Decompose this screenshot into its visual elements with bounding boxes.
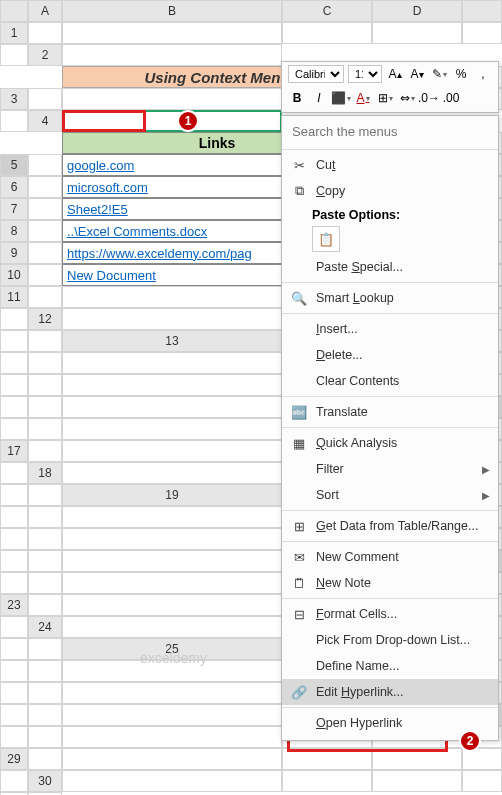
- italic-button[interactable]: I: [310, 89, 328, 107]
- cell[interactable]: [0, 682, 28, 704]
- cell[interactable]: [62, 550, 282, 572]
- row-header[interactable]: 18: [28, 462, 62, 484]
- cell[interactable]: [372, 22, 462, 44]
- row-header[interactable]: 7: [0, 198, 28, 220]
- row-header[interactable]: 4: [28, 110, 62, 132]
- cell[interactable]: [28, 660, 62, 682]
- context-menu-item[interactable]: Paste Special...: [282, 254, 498, 280]
- cell[interactable]: [0, 770, 28, 792]
- row-header[interactable]: 9: [0, 242, 28, 264]
- row-header[interactable]: 12: [28, 308, 62, 330]
- cell[interactable]: [0, 528, 28, 550]
- cell[interactable]: [372, 770, 462, 792]
- hyperlink[interactable]: google.com: [67, 158, 134, 173]
- row-header[interactable]: 10: [0, 264, 28, 286]
- context-menu-item[interactable]: ⊟Format Cells...: [282, 601, 498, 627]
- cell[interactable]: [28, 286, 62, 308]
- cell[interactable]: [28, 154, 62, 176]
- cell[interactable]: [28, 418, 62, 440]
- cell[interactable]: [0, 110, 28, 132]
- row-header[interactable]: 23: [0, 594, 28, 616]
- cell[interactable]: [28, 396, 62, 418]
- hyperlink[interactable]: https://www.exceldemy.com/pag: [67, 246, 252, 261]
- cell[interactable]: [62, 88, 282, 110]
- comma-button[interactable]: ,: [474, 65, 492, 83]
- cell[interactable]: [62, 418, 282, 440]
- cell[interactable]: [62, 352, 282, 374]
- cell[interactable]: [28, 506, 62, 528]
- context-menu-item[interactable]: 🔤Translate: [282, 399, 498, 425]
- cell[interactable]: [0, 484, 28, 506]
- cell[interactable]: [0, 704, 28, 726]
- cell[interactable]: [28, 220, 62, 242]
- cell[interactable]: [62, 704, 282, 726]
- cell[interactable]: [62, 528, 282, 550]
- cell[interactable]: [62, 506, 282, 528]
- menu-search-input[interactable]: [292, 124, 488, 139]
- cell[interactable]: [0, 638, 28, 660]
- row-header[interactable]: 1: [0, 22, 28, 44]
- cell[interactable]: [62, 462, 282, 484]
- context-menu-item[interactable]: Define Name...: [282, 653, 498, 679]
- context-menu-item[interactable]: 🔍Smart Lookup: [282, 285, 498, 311]
- context-menu-item[interactable]: 🗒New Note: [282, 570, 498, 596]
- cell[interactable]: [62, 616, 282, 638]
- context-menu-item[interactable]: ⧉Copy: [282, 178, 498, 204]
- font-select[interactable]: Calibri: [288, 65, 344, 83]
- percent-button[interactable]: %: [452, 65, 470, 83]
- cell[interactable]: [62, 748, 282, 770]
- hyperlink[interactable]: New Document: [67, 268, 156, 283]
- cell[interactable]: [28, 528, 62, 550]
- context-menu-item[interactable]: Insert...: [282, 316, 498, 342]
- cell[interactable]: [28, 638, 62, 660]
- context-menu-item[interactable]: Pick From Drop-down List...: [282, 627, 498, 653]
- select-all-corner[interactable]: [0, 0, 28, 22]
- cell[interactable]: [0, 44, 28, 66]
- cell[interactable]: [0, 572, 28, 594]
- cell[interactable]: [62, 374, 282, 396]
- cell[interactable]: [0, 726, 28, 748]
- cell[interactable]: [28, 176, 62, 198]
- paste-option-button[interactable]: 📋: [312, 226, 340, 252]
- row-header[interactable]: 2: [28, 44, 62, 66]
- cell[interactable]: [0, 352, 28, 374]
- cell[interactable]: [0, 396, 28, 418]
- cell[interactable]: [28, 748, 62, 770]
- cell[interactable]: [0, 616, 28, 638]
- merge-button[interactable]: ⇔: [398, 89, 416, 107]
- cell[interactable]: [28, 704, 62, 726]
- row-header[interactable]: 11: [0, 286, 28, 308]
- cell[interactable]: [372, 748, 462, 770]
- bold-button[interactable]: B: [288, 89, 306, 107]
- context-menu-item[interactable]: 🔗Edit Hyperlink...: [282, 679, 498, 705]
- cell[interactable]: [0, 506, 28, 528]
- decimal-inc-button[interactable]: .0→: [420, 89, 438, 107]
- cell[interactable]: [62, 572, 282, 594]
- cell[interactable]: [28, 484, 62, 506]
- cell[interactable]: [62, 22, 282, 44]
- cell[interactable]: [28, 374, 62, 396]
- row-header[interactable]: 24: [28, 616, 62, 638]
- col-header-C[interactable]: C: [282, 0, 372, 22]
- cell[interactable]: [282, 22, 372, 44]
- cell[interactable]: [0, 660, 28, 682]
- format-painter-button[interactable]: ✎: [430, 65, 448, 83]
- context-menu-item[interactable]: Delete...: [282, 342, 498, 368]
- cell[interactable]: [62, 396, 282, 418]
- hyperlink[interactable]: microsoft.com: [67, 180, 148, 195]
- context-menu-item[interactable]: ⊞Get Data from Table/Range...: [282, 513, 498, 539]
- cell[interactable]: [28, 88, 62, 110]
- cell[interactable]: [28, 264, 62, 286]
- context-menu-item[interactable]: Clear Contents: [282, 368, 498, 394]
- row-header[interactable]: 5: [0, 154, 28, 176]
- cell[interactable]: [62, 44, 282, 66]
- row-header[interactable]: 8: [0, 220, 28, 242]
- decrease-font-button[interactable]: A▾: [408, 65, 426, 83]
- increase-font-button[interactable]: A▴: [386, 65, 404, 83]
- cell[interactable]: [28, 440, 62, 462]
- cell[interactable]: [28, 594, 62, 616]
- cell[interactable]: [62, 286, 282, 308]
- context-menu-item[interactable]: ✂Cut: [282, 152, 498, 178]
- fill-color-button[interactable]: ⬛: [332, 89, 350, 107]
- context-menu-item[interactable]: Filter▶: [282, 456, 498, 482]
